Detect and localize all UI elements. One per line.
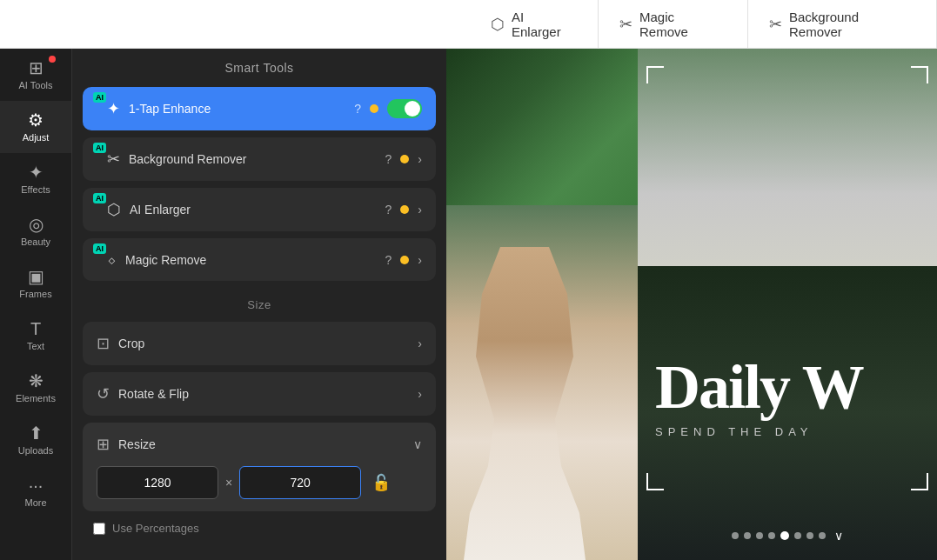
- bg-remover-label: Background Remover: [129, 152, 377, 166]
- slide-dot-5: [780, 531, 789, 540]
- ai-badge-magic-remove: AI: [93, 243, 106, 254]
- use-percentages-checkbox[interactable]: [93, 523, 105, 535]
- crop-chevron-icon: ›: [418, 337, 422, 350]
- magic-remove-item-icon: ⬦: [107, 250, 117, 269]
- sidebar-item-frames[interactable]: ▣ Frames: [0, 257, 71, 310]
- canvas-area[interactable]: Daily W SPEND THE DAY ∨: [446, 49, 937, 560]
- one-tap-icon: ✦: [107, 99, 120, 118]
- effects-icon: ✦: [29, 163, 44, 181]
- canvas-big-text: Daily W: [655, 356, 920, 418]
- ai-enlarger-tab[interactable]: ⬡ AI Enlarger: [470, 0, 599, 48]
- rotate-icon: ↺: [97, 384, 110, 403]
- ai-badge-one-tap: AI: [93, 92, 106, 103]
- canvas-dots-row: ∨: [732, 529, 843, 543]
- slide-dot-4: [768, 532, 775, 539]
- magic-remove-label: Magic Remove: [125, 253, 377, 267]
- resize-icon: ⊞: [97, 435, 110, 454]
- dots-chevron-icon: ∨: [834, 529, 843, 543]
- canvas-image-right: Daily W SPEND THE DAY ∨: [638, 49, 937, 560]
- magic-remove-label: Magic Remove: [639, 10, 726, 39]
- one-tap-help-icon[interactable]: ?: [354, 102, 361, 116]
- magic-remove-status-dot: [400, 256, 409, 264]
- one-tap-label: 1-Tap Enhance: [129, 102, 345, 116]
- ai-enlarger-item[interactable]: AI ⬡ AI Enlarger ? ›: [83, 188, 436, 231]
- one-tap-status-dot: [370, 104, 378, 113]
- magic-remove-help-icon[interactable]: ?: [385, 253, 392, 267]
- uploads-icon: ⬆: [29, 424, 44, 442]
- magic-remove-chevron-icon: ›: [418, 253, 422, 267]
- resize-height-input[interactable]: [239, 466, 361, 499]
- resize-chevron-down-icon[interactable]: ∨: [413, 437, 422, 451]
- magic-remove-item[interactable]: AI ⬦ Magic Remove ? ›: [83, 238, 436, 281]
- size-section-label: Size: [72, 298, 446, 311]
- canvas-text-overlay: Daily W SPEND THE DAY: [655, 356, 920, 438]
- sidebar-label-frames: Frames: [19, 289, 51, 299]
- top-bar: ⬡ AI Enlarger ✂ Magic Remove ✂ Backgroun…: [0, 0, 937, 49]
- background-remover-label: Background Remover: [789, 10, 915, 39]
- lock-icon[interactable]: 🔓: [371, 473, 391, 492]
- resize-item[interactable]: ⊞ Resize ∨ × 🔓: [83, 423, 436, 511]
- background-remover-tab[interactable]: ✂ Background Remover: [748, 0, 937, 48]
- ai-enlarger-status-dot: [400, 205, 409, 214]
- resize-header: ⊞ Resize ∨: [97, 435, 422, 454]
- resize-inputs: × 🔓: [97, 466, 422, 499]
- magic-remove-tab[interactable]: ✂ Magic Remove: [599, 0, 748, 48]
- slide-dot-1: [732, 532, 739, 539]
- sidebar-label-elements: Elements: [16, 393, 56, 403]
- sidebar-item-effects[interactable]: ✦ Effects: [0, 153, 71, 205]
- notification-dot: [49, 56, 56, 63]
- ai-enlarger-label: AI Enlarger: [512, 10, 577, 39]
- sidebar-item-uploads[interactable]: ⬆ Uploads: [0, 414, 71, 466]
- crop-handle-br: [911, 473, 928, 490]
- ai-enlarger-help-icon[interactable]: ?: [385, 203, 392, 217]
- sidebar-label-ai-tools: AI Tools: [19, 80, 53, 90]
- one-tap-enhance-item[interactable]: AI ✦ 1-Tap Enhance ?: [83, 87, 436, 130]
- ai-enlarger-item-icon: ⬡: [107, 200, 121, 219]
- background-remover-icon: ✂: [769, 15, 782, 34]
- rotate-flip-item[interactable]: ↺ Rotate & Flip ›: [83, 372, 436, 416]
- slide-dot-7: [806, 532, 813, 539]
- main-layout: ⊞ AI Tools ⚙ Adjust ✦ Effects ◎ Beauty ▣…: [0, 49, 937, 560]
- more-icon: ···: [29, 477, 44, 494]
- sidebar-item-more[interactable]: ··· More: [0, 466, 71, 518]
- resize-width-input[interactable]: [97, 466, 218, 499]
- sidebar-item-text[interactable]: T Text: [0, 310, 71, 362]
- sidebar-label-uploads: Uploads: [18, 445, 53, 456]
- ai-enlarger-label: AI Enlarger: [130, 203, 377, 217]
- slide-dot-6: [794, 532, 801, 539]
- canvas-image-left: [446, 49, 638, 560]
- tools-panel: Smart Tools AI ✦ 1-Tap Enhance ? AI ✂ Ba…: [72, 49, 446, 560]
- sidebar-item-beauty[interactable]: ◎ Beauty: [0, 205, 71, 257]
- resize-label: Resize: [118, 437, 405, 451]
- ai-badge-ai-enlarger: AI: [93, 193, 106, 203]
- resize-separator: ×: [225, 476, 232, 490]
- bg-remover-help-icon[interactable]: ?: [385, 152, 392, 166]
- sidebar-item-elements[interactable]: ❋ Elements: [0, 362, 71, 414]
- bg-remover-chevron-icon: ›: [418, 152, 422, 166]
- crop-label: Crop: [118, 337, 409, 350]
- crop-icon: ⊡: [97, 334, 110, 353]
- sidebar-label-adjust: Adjust: [23, 132, 50, 143]
- text-icon: T: [30, 320, 41, 337]
- sidebar-label-text: Text: [27, 341, 44, 351]
- bg-remover-item[interactable]: AI ✂ Background Remover ? ›: [83, 137, 436, 181]
- crop-item[interactable]: ⊡ Crop ›: [83, 322, 436, 365]
- ai-badge-bg-remover: AI: [93, 143, 106, 153]
- ai-enlarger-chevron-icon: ›: [418, 203, 422, 217]
- sidebar-item-adjust[interactable]: ⚙ Adjust: [0, 101, 71, 153]
- panel-title: Smart Tools: [72, 49, 446, 83]
- magic-remove-icon: ✂: [619, 15, 632, 34]
- ai-tools-icon: ⊞: [29, 59, 44, 77]
- use-percentages-label: Use Percentages: [112, 522, 199, 535]
- bg-remover-status-dot: [400, 155, 409, 163]
- crop-handle-tr: [911, 66, 928, 83]
- slide-dot-2: [744, 532, 751, 539]
- sidebar-label-beauty: Beauty: [21, 237, 50, 247]
- sidebar-label-more: More: [24, 497, 46, 508]
- canvas-content: Daily W SPEND THE DAY ∨: [446, 49, 937, 560]
- sidebar-item-ai-tools[interactable]: ⊞ AI Tools: [0, 49, 71, 101]
- rotate-flip-label: Rotate & Flip: [118, 387, 409, 401]
- one-tap-toggle[interactable]: [387, 99, 422, 118]
- slide-dot-3: [756, 532, 763, 539]
- crop-handle-bl: [646, 473, 664, 490]
